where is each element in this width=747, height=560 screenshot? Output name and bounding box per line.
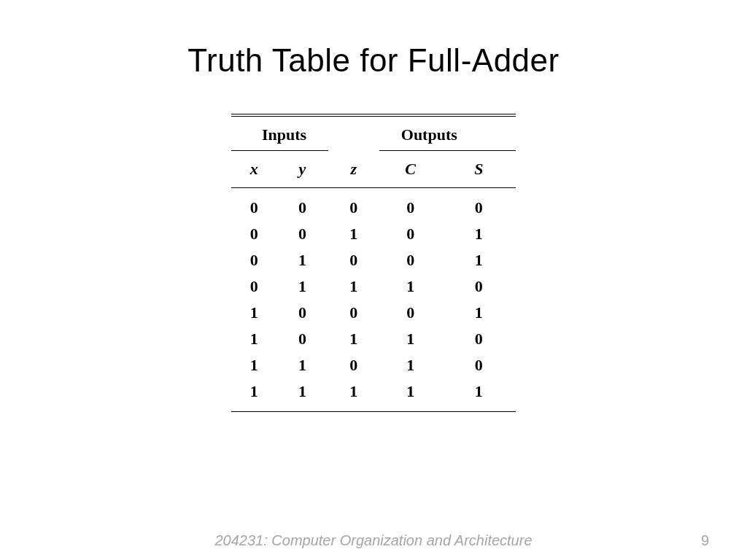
- cell: 0: [276, 221, 328, 247]
- cell: 1: [328, 378, 379, 412]
- table-row: 1 1 1 1 1: [231, 378, 516, 412]
- inputs-header: Inputs: [231, 117, 379, 151]
- cell: 1: [442, 378, 516, 412]
- cell: 0: [442, 352, 516, 378]
- cell: 1: [328, 326, 379, 352]
- cell: 0: [328, 188, 379, 222]
- cell: 0: [231, 188, 276, 222]
- column-headers: x y z C S: [231, 151, 516, 188]
- cell: 1: [276, 273, 328, 300]
- cell: 1: [379, 378, 442, 412]
- col-header-y: y: [276, 151, 328, 188]
- page-number: 9: [701, 532, 709, 549]
- cell: 1: [231, 378, 276, 412]
- cell: 0: [276, 188, 328, 222]
- cell: 0: [442, 273, 516, 300]
- table-bottom-rule: [231, 412, 516, 413]
- col-header-z: z: [328, 151, 379, 188]
- outputs-header: Outputs: [379, 117, 516, 151]
- cell: 1: [442, 247, 516, 273]
- table-row: 1 0 1 1 0: [231, 326, 516, 352]
- table-row: 1 0 0 0 1: [231, 300, 516, 326]
- cell: 0: [276, 326, 328, 352]
- table-row: 0 0 0 0 0: [231, 188, 516, 222]
- cell: 0: [328, 247, 379, 273]
- cell: 0: [379, 188, 442, 222]
- slide-title: Truth Table for Full-Adder: [0, 0, 747, 79]
- cell: 1: [328, 273, 379, 300]
- cell: 1: [276, 352, 328, 378]
- cell: 0: [231, 273, 276, 300]
- truth-table: Inputs Outputs x y z C S 0 0 0 0 0 0 0 1…: [231, 114, 516, 412]
- cell: 0: [328, 300, 379, 326]
- footer-course: 204231: Computer Organization and Archit…: [214, 532, 532, 549]
- col-header-x: x: [231, 151, 276, 188]
- table-row: 1 1 0 1 0: [231, 352, 516, 378]
- cell: 1: [379, 352, 442, 378]
- cell: 0: [276, 300, 328, 326]
- col-header-c: C: [379, 151, 442, 188]
- col-header-s: S: [442, 151, 516, 188]
- cell: 1: [442, 300, 516, 326]
- cell: 1: [442, 221, 516, 247]
- cell: 0: [231, 247, 276, 273]
- cell: 1: [276, 247, 328, 273]
- table-group-header: Inputs Outputs: [231, 117, 516, 151]
- cell: 1: [328, 221, 379, 247]
- cell: 0: [442, 188, 516, 222]
- cell: 0: [328, 352, 379, 378]
- cell: 0: [379, 300, 442, 326]
- cell: 0: [379, 221, 442, 247]
- table-row: 0 0 1 0 1: [231, 221, 516, 247]
- cell: 1: [231, 300, 276, 326]
- cell: 1: [276, 378, 328, 412]
- cell: 0: [379, 247, 442, 273]
- cell: 1: [231, 352, 276, 378]
- cell: 0: [442, 326, 516, 352]
- table-row: 0 1 1 1 0: [231, 273, 516, 300]
- cell: 1: [379, 326, 442, 352]
- table-row: 0 1 0 0 1: [231, 247, 516, 273]
- cell: 0: [231, 221, 276, 247]
- cell: 1: [231, 326, 276, 352]
- cell: 1: [379, 273, 442, 300]
- truth-table-container: Inputs Outputs x y z C S 0 0 0 0 0 0 0 1…: [231, 114, 516, 412]
